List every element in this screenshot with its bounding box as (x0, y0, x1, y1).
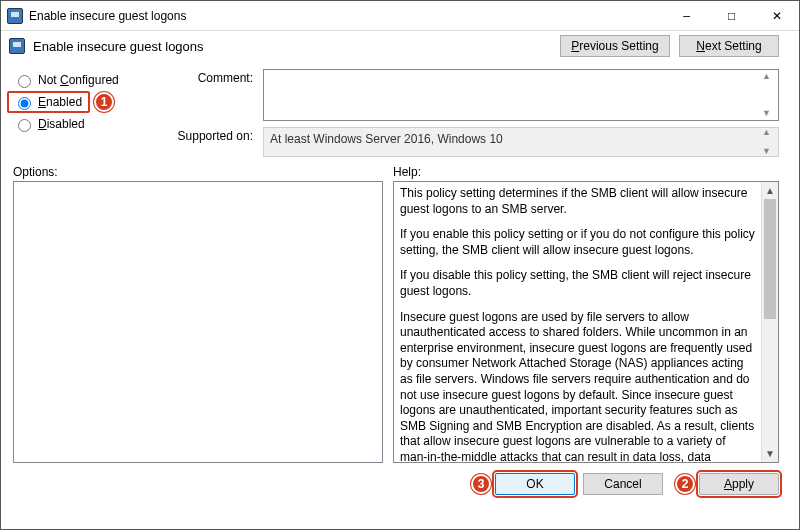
help-text: This policy setting determines if the SM… (394, 182, 761, 462)
minimize-button[interactable]: – (664, 1, 709, 30)
radio-enabled-input[interactable] (18, 97, 31, 110)
policy-icon (9, 38, 25, 54)
state-radio-group: Not Configured Enabled 1 Disabled (13, 69, 153, 157)
titlebar: Enable insecure guest logons – □ ✕ (1, 1, 799, 31)
toolbar: Enable insecure guest logons Previous Se… (1, 31, 799, 63)
help-paragraph: Insecure guest logons are used by file s… (400, 310, 755, 462)
window-title: Enable insecure guest logons (29, 9, 186, 23)
previous-setting-button[interactable]: Previous Setting (560, 35, 669, 57)
policy-title: Enable insecure guest logons (33, 39, 204, 54)
annotation-badge-2: 2 (675, 474, 695, 494)
options-box[interactable] (13, 181, 383, 463)
help-paragraph: If you disable this policy setting, the … (400, 268, 755, 299)
close-button[interactable]: ✕ (754, 1, 799, 30)
panes: This policy setting determines if the SM… (1, 181, 799, 467)
apply-button[interactable]: Apply (699, 473, 779, 495)
window-buttons: – □ ✕ (664, 1, 799, 30)
radio-not-configured-label: Not Configured (38, 73, 119, 87)
options-label: Options: (13, 165, 383, 179)
supported-value: At least Windows Server 2016, Windows 10… (263, 127, 779, 157)
help-paragraph: If you enable this policy setting or if … (400, 227, 755, 258)
footer: 3 OK Cancel 2 Apply (1, 467, 799, 501)
help-label: Help: (393, 165, 421, 179)
radio-disabled-label: Disabled (38, 117, 85, 131)
next-accelerator: N (696, 39, 705, 53)
scroll-thumb[interactable] (764, 199, 776, 319)
radio-not-configured-input[interactable] (18, 75, 31, 88)
maximize-button[interactable]: □ (709, 1, 754, 30)
help-paragraph: This policy setting determines if the SM… (400, 186, 755, 217)
scroll-down-icon[interactable]: ▼ (762, 445, 778, 462)
comment-row: Comment: ▲▼ (163, 69, 779, 121)
section-labels: Options: Help: (1, 157, 799, 181)
radio-enabled[interactable]: Enabled (7, 91, 90, 113)
radio-disabled[interactable]: Disabled (13, 113, 153, 135)
cancel-button[interactable]: Cancel (583, 473, 663, 495)
config-area: Not Configured Enabled 1 Disabled Commen… (1, 63, 799, 157)
ok-button[interactable]: OK (495, 473, 575, 495)
app-icon (7, 8, 23, 24)
apply-accelerator: A (724, 477, 732, 491)
annotation-badge-1: 1 (94, 92, 114, 112)
scroll-track[interactable] (762, 199, 778, 445)
supported-spin: ▲▼ (762, 128, 776, 156)
radio-enabled-label: Enabled (38, 95, 82, 109)
radio-not-configured[interactable]: Not Configured (13, 69, 153, 91)
help-scrollbar[interactable]: ▲ ▼ (761, 182, 778, 462)
comment-spin[interactable]: ▲▼ (762, 72, 776, 118)
next-setting-button[interactable]: Next Setting (679, 35, 779, 57)
supported-row: Supported on: At least Windows Server 20… (163, 127, 779, 157)
supported-label: Supported on: (163, 127, 253, 143)
comment-label: Comment: (163, 69, 253, 85)
radio-disabled-input[interactable] (18, 119, 31, 132)
comment-input[interactable]: ▲▼ (263, 69, 779, 121)
help-box: This policy setting determines if the SM… (393, 181, 779, 463)
annotation-badge-3: 3 (471, 474, 491, 494)
scroll-up-icon[interactable]: ▲ (762, 182, 778, 199)
prev-accelerator: P (571, 39, 579, 53)
